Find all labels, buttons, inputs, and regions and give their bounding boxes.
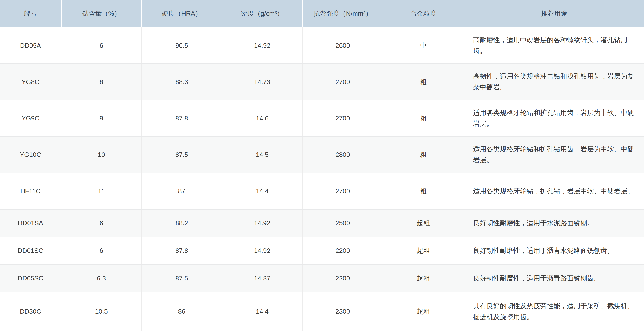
cell-grain-size: 粗: [383, 100, 464, 136]
cell-grade: DD01SC: [0, 237, 61, 264]
cell-grade: YG9C: [0, 100, 61, 136]
table-row: YG8C 8 88.3 14.73 2700 粗 高韧性，适用各类规格冲击钻和浅…: [0, 64, 644, 100]
cell-cobalt-content: 8: [61, 64, 142, 100]
column-header-hardness: 硬度（HRA）: [142, 0, 222, 27]
cell-grade: DD05A: [0, 27, 61, 64]
column-header-recommended-use: 推荐用途: [464, 0, 644, 27]
cell-grain-size: 粗: [383, 173, 464, 209]
table-body: DD05A 6 90.5 14.92 2600 中 高耐磨性，适用中硬岩层的各种…: [0, 27, 644, 331]
cell-grain-size: 超粗: [383, 292, 464, 331]
cell-bending-strength: 2800: [303, 136, 383, 173]
cell-hardness: 87: [142, 173, 222, 209]
cell-hardness: 90.5: [142, 27, 222, 64]
cell-cobalt-content: 6.3: [61, 264, 142, 292]
cell-hardness: 87.5: [142, 264, 222, 292]
cell-recommended-use: 良好韧性耐磨性，适用于水泥路面铣刨。: [464, 209, 644, 237]
table-row: HF11C 11 87 14.4 2700 粗 适用各类规格牙轮钻，扩孔钻，岩层…: [0, 173, 644, 209]
cell-density: 14.4: [222, 173, 303, 209]
cell-grain-size: 粗: [383, 136, 464, 173]
table-row: DD01SC 6 87.8 14.92 2200 超粗 良好韧性耐磨性，适用于沥…: [0, 237, 644, 264]
cell-grade: DD30C: [0, 292, 61, 331]
column-header-grain-size: 合金粒度: [383, 0, 464, 27]
table-row: DD01SA 6 88.2 14.92 2500 超粗 良好韧性耐磨性，适用于水…: [0, 209, 644, 237]
cell-recommended-use: 具有良好的韧性及热疲劳性能，适用于采矿、截煤机、掘进机及旋挖用齿。: [464, 292, 644, 331]
cell-grain-size: 中: [383, 27, 464, 64]
cell-grade: DD01SA: [0, 209, 61, 237]
cell-recommended-use: 适用各类规格牙轮钻，扩孔钻，岩层中软、中硬岩层。: [464, 173, 644, 209]
cell-cobalt-content: 6: [61, 209, 142, 237]
cell-hardness: 87.8: [142, 237, 222, 264]
cell-density: 14.87: [222, 264, 303, 292]
cell-hardness: 88.2: [142, 209, 222, 237]
cell-cobalt-content: 10: [61, 136, 142, 173]
table-row: DD05SC 6.3 87.5 14.87 2200 超粗 良好韧性耐磨性，适用…: [0, 264, 644, 292]
column-header-density: 密度（g/cm³）: [222, 0, 303, 27]
cell-hardness: 87.8: [142, 100, 222, 136]
cell-recommended-use: 适用各类规格牙轮钻和扩孔钻用齿，岩层为中软、中硬岩层。: [464, 136, 644, 173]
cell-grade: DD05SC: [0, 264, 61, 292]
cell-hardness: 88.3: [142, 64, 222, 100]
column-header-bending-strength: 抗弯强度（N/mm²）: [303, 0, 383, 27]
cell-bending-strength: 2700: [303, 100, 383, 136]
cell-cobalt-content: 9: [61, 100, 142, 136]
cell-cobalt-content: 6: [61, 237, 142, 264]
cell-bending-strength: 2200: [303, 264, 383, 292]
cell-grade: HF11C: [0, 173, 61, 209]
cell-density: 14.92: [222, 237, 303, 264]
cell-density: 14.73: [222, 64, 303, 100]
cell-recommended-use: 良好韧性耐磨性，适用于沥青水泥路面铣刨齿。: [464, 237, 644, 264]
cell-density: 14.92: [222, 209, 303, 237]
cell-grain-size: 超粗: [383, 209, 464, 237]
table-row: YG9C 9 87.8 14.6 2700 粗 适用各类规格牙轮钻和扩孔钻用齿，…: [0, 100, 644, 136]
table-row: DD05A 6 90.5 14.92 2600 中 高耐磨性，适用中硬岩层的各种…: [0, 27, 644, 64]
cell-grade: YG10C: [0, 136, 61, 173]
table-row: YG10C 10 87.5 14.5 2800 粗 适用各类规格牙轮钻和扩孔钻用…: [0, 136, 644, 173]
table-header: 牌号 钴含量（%） 硬度（HRA） 密度（g/cm³） 抗弯强度（N/mm²） …: [0, 0, 644, 27]
cell-cobalt-content: 6: [61, 27, 142, 64]
cell-grade: YG8C: [0, 64, 61, 100]
cell-bending-strength: 2500: [303, 209, 383, 237]
cell-grain-size: 超粗: [383, 264, 464, 292]
cell-density: 14.5: [222, 136, 303, 173]
cell-cobalt-content: 10.5: [61, 292, 142, 331]
table-row: DD30C 10.5 86 14.4 2300 超粗 具有良好的韧性及热疲劳性能…: [0, 292, 644, 331]
cell-hardness: 86: [142, 292, 222, 331]
header-row: 牌号 钴含量（%） 硬度（HRA） 密度（g/cm³） 抗弯强度（N/mm²） …: [0, 0, 644, 27]
cell-recommended-use: 良好韧性耐磨性，适用于沥青路面铣刨齿。: [464, 264, 644, 292]
cell-cobalt-content: 11: [61, 173, 142, 209]
cell-recommended-use: 高韧性，适用各类规格冲击钻和浅孔钻用齿，岩层为复杂中硬岩。: [464, 64, 644, 100]
cell-density: 14.4: [222, 292, 303, 331]
cell-grain-size: 粗: [383, 64, 464, 100]
cell-hardness: 87.5: [142, 136, 222, 173]
cell-density: 14.92: [222, 27, 303, 64]
cell-recommended-use: 高耐磨性，适用中硬岩层的各种螺纹钎头，潜孔钻用齿。: [464, 27, 644, 64]
cell-grain-size: 超粗: [383, 237, 464, 264]
cell-density: 14.6: [222, 100, 303, 136]
alloy-grades-table: 牌号 钴含量（%） 硬度（HRA） 密度（g/cm³） 抗弯强度（N/mm²） …: [0, 0, 644, 331]
cell-bending-strength: 2700: [303, 173, 383, 209]
column-header-cobalt-content: 钴含量（%）: [61, 0, 142, 27]
cell-bending-strength: 2300: [303, 292, 383, 331]
column-header-grade: 牌号: [0, 0, 61, 27]
cell-bending-strength: 2200: [303, 237, 383, 264]
cell-recommended-use: 适用各类规格牙轮钻和扩孔钻用齿，岩层为中软、中硬岩层。: [464, 100, 644, 136]
cell-bending-strength: 2700: [303, 64, 383, 100]
cell-bending-strength: 2600: [303, 27, 383, 64]
